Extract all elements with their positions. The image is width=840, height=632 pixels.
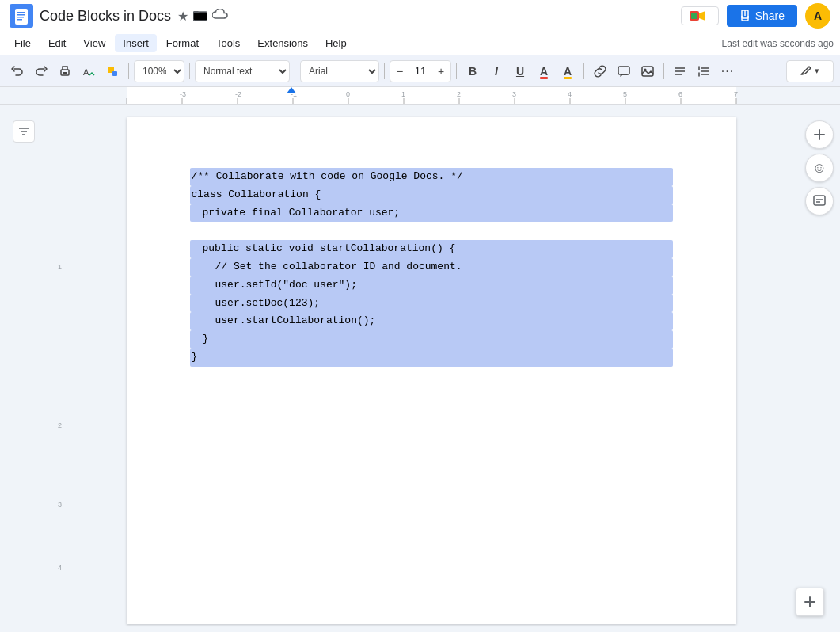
svg-rect-9	[691, 13, 697, 19]
svg-marker-8	[699, 11, 705, 21]
menu-item-file[interactable]: File	[6, 34, 39, 52]
bottom-action-button[interactable]	[796, 588, 824, 616]
font-size-decrease-button[interactable]: −	[390, 60, 409, 82]
highlight-button[interactable]: A	[557, 60, 579, 82]
code-block: /** Collaborate with code on Google Docs…	[190, 165, 673, 370]
more-options-button[interactable]: ···	[716, 60, 739, 82]
font-size-increase-button[interactable]: +	[431, 60, 450, 82]
code-line-1: class Collaboration {	[190, 186, 673, 204]
meet-button[interactable]	[681, 6, 719, 25]
menu-item-help[interactable]: Help	[317, 34, 355, 52]
doc-title: Code Blocks in Docs	[40, 8, 171, 25]
menu-item-extensions[interactable]: Extensions	[249, 34, 316, 52]
toolbar-divider-1	[128, 63, 129, 79]
style-select[interactable]: Normal text Heading 1 Heading 2 Title	[195, 60, 290, 82]
menu-item-view[interactable]: View	[75, 34, 113, 52]
image-button[interactable]	[637, 60, 659, 82]
paint-format-button[interactable]	[101, 60, 124, 82]
code-line-9: }	[190, 330, 673, 348]
svg-rect-4	[17, 17, 24, 18]
font-select[interactable]: Arial Times New Roman Courier New	[300, 60, 379, 82]
outline-icon[interactable]	[13, 120, 35, 143]
code-line-5: // Set the collaborator ID and document.	[190, 258, 673, 276]
share-label: Share	[755, 10, 785, 22]
font-size-control: − +	[390, 60, 451, 82]
svg-rect-17	[618, 67, 629, 74]
page-num-2: 2	[58, 421, 62, 429]
svg-rect-13	[63, 72, 67, 74]
italic-button[interactable]: I	[485, 60, 507, 82]
page-num-3: 3	[58, 501, 62, 508]
code-line-6: user.setId("doc user");	[190, 276, 673, 295]
toolbar: A 100% 75% 150% Normal text Heading 1 He…	[0, 55, 840, 87]
code-line-7: user.setDoc(123);	[190, 295, 673, 313]
menu-item-format[interactable]: Format	[158, 34, 207, 52]
redo-button[interactable]	[30, 60, 52, 82]
code-line-10: }	[190, 348, 673, 367]
add-action-button[interactable]	[805, 120, 834, 149]
page-numbers: 1 2 3 4	[48, 105, 63, 632]
right-sidebar: ☺	[799, 105, 840, 632]
svg-text:A: A	[83, 67, 89, 77]
toolbar-divider-7	[663, 63, 664, 79]
left-gutter	[0, 105, 48, 632]
code-line-8: user.startCollaboration();	[190, 312, 673, 330]
page-num-4: 4	[58, 564, 62, 572]
menu-item-insert[interactable]: Insert	[115, 34, 157, 52]
menu-bar: File Edit View Insert Format Tools Exten…	[0, 32, 840, 55]
main-area: 1 2 3 4 /** Collaborate with code on Goo…	[0, 105, 840, 632]
page-num-1: 1	[58, 263, 62, 271]
menu-item-edit[interactable]: Edit	[40, 34, 74, 52]
toolbar-divider-3	[295, 63, 295, 79]
zoom-select[interactable]: 100% 75% 150%	[134, 60, 184, 82]
spellcheck-button[interactable]: A	[78, 60, 100, 82]
cloud-icon	[212, 9, 228, 23]
menu-item-tools[interactable]: Tools	[208, 34, 248, 52]
svg-rect-5	[17, 19, 22, 21]
code-line-4: public static void startCollaboration() …	[190, 240, 673, 258]
toolbar-divider-2	[189, 63, 190, 79]
toolbar-divider-4	[384, 63, 385, 79]
bold-button[interactable]: B	[462, 60, 484, 82]
ruler	[0, 87, 840, 105]
doc-area[interactable]: /** Collaborate with code on Google Docs…	[63, 105, 799, 632]
text-color-button[interactable]: A	[533, 60, 555, 82]
line-spacing-button[interactable]	[693, 60, 715, 82]
title-icons: ★	[177, 9, 228, 24]
underline-button[interactable]: U	[509, 60, 531, 82]
editing-mode-button[interactable]: ▾	[786, 60, 834, 82]
toolbar-divider-6	[583, 63, 584, 79]
code-line-3	[190, 222, 673, 240]
title-right-area: Share A	[681, 3, 830, 29]
svg-rect-3	[17, 14, 25, 16]
emoji-icon: ☺	[812, 160, 827, 177]
link-button[interactable]	[589, 60, 611, 82]
comment-button[interactable]	[613, 60, 635, 82]
title-bar: Code Blocks in Docs ★ Share A	[0, 0, 840, 32]
font-size-input[interactable]	[409, 65, 431, 77]
toolbar-divider-5	[456, 63, 457, 79]
svg-rect-31	[814, 196, 825, 205]
svg-rect-16	[112, 71, 117, 76]
doc-page: /** Collaborate with code on Google Docs…	[127, 117, 736, 624]
avatar: A	[805, 3, 830, 29]
editing-mode-label: ▾	[815, 66, 819, 76]
code-line-0: /** Collaborate with code on Google Docs…	[190, 168, 673, 186]
emoji-action-button[interactable]: ☺	[805, 154, 834, 182]
docs-app-icon	[10, 4, 33, 28]
folder-icon[interactable]	[193, 10, 207, 23]
feedback-action-button[interactable]	[805, 187, 834, 215]
ruler-canvas	[0, 87, 840, 105]
share-button[interactable]: Share	[727, 5, 797, 27]
svg-rect-2	[17, 12, 25, 13]
code-line-2: private final Collaborator user;	[190, 204, 673, 223]
star-icon[interactable]: ★	[177, 9, 188, 24]
last-edit-label: Last edit was seconds ago	[722, 38, 834, 49]
undo-button[interactable]	[6, 60, 29, 82]
align-button[interactable]	[669, 60, 691, 82]
print-button[interactable]	[54, 60, 76, 82]
